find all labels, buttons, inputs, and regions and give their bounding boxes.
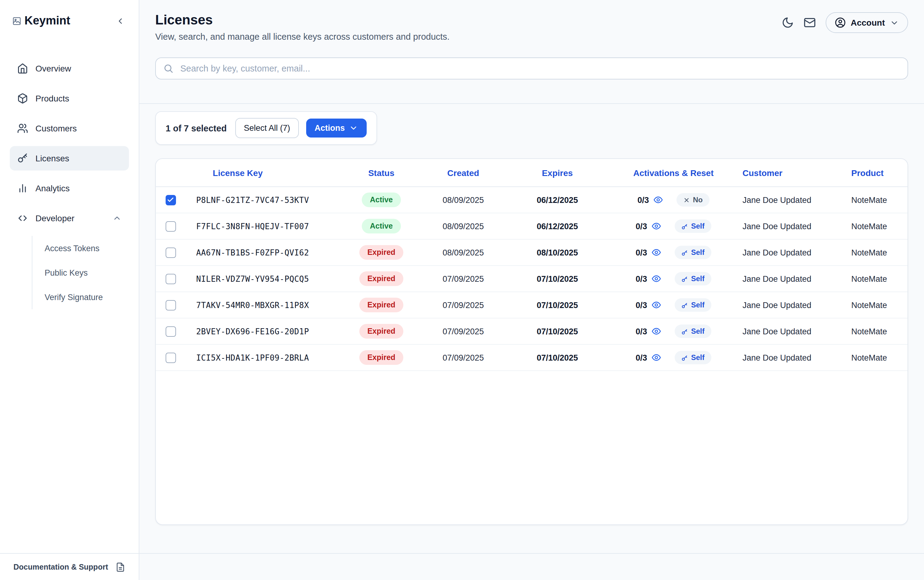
expires-date: 08/10/2025 bbox=[509, 248, 606, 257]
reset-badge[interactable]: Self bbox=[675, 351, 712, 364]
x-icon bbox=[683, 196, 690, 203]
sidebar-item-verify-signature[interactable]: Verify Signature bbox=[40, 285, 129, 309]
reset-badge-label: Self bbox=[691, 353, 705, 362]
sidebar-item-analytics[interactable]: Analytics bbox=[10, 176, 129, 201]
column-header-license-key[interactable]: License Key bbox=[185, 168, 345, 178]
column-header-status[interactable]: Status bbox=[345, 168, 417, 178]
page-title: Licenses bbox=[155, 12, 450, 28]
sidebar-item-customers[interactable]: Customers bbox=[10, 116, 129, 140]
sidebar-item-label: Products bbox=[35, 94, 69, 103]
view-activations-button[interactable] bbox=[651, 247, 661, 257]
sidebar-collapse-button[interactable] bbox=[115, 15, 127, 26]
license-key: 2BVEY-DX696-FE16G-20D1P bbox=[185, 327, 345, 336]
page-content: 1 of 7 selected Select All (7) Actions L… bbox=[139, 104, 924, 553]
account-menu-button[interactable]: Account bbox=[825, 12, 908, 33]
sidebar-item-public-keys[interactable]: Public Keys bbox=[40, 260, 129, 285]
customer-name: Jane Doe Updated bbox=[741, 353, 844, 362]
sidebar-item-access-tokens[interactable]: Access Tokens bbox=[40, 236, 129, 260]
sidebar-item-overview[interactable]: Overview bbox=[10, 56, 129, 81]
expires-date: 07/10/2025 bbox=[509, 353, 606, 362]
view-activations-button[interactable] bbox=[651, 221, 661, 231]
status-badge: Expired bbox=[359, 245, 404, 260]
eye-icon bbox=[651, 221, 661, 231]
key-icon bbox=[681, 275, 688, 282]
header-controls: Account bbox=[782, 12, 908, 33]
column-header-customer[interactable]: Customer bbox=[741, 168, 844, 178]
table-row: 7TAKV-54MR0-MBXGR-11P8X Expired 07/09/20… bbox=[156, 292, 908, 318]
sidebar-item-label: Licenses bbox=[35, 153, 69, 163]
column-header-expires[interactable]: Expires bbox=[509, 168, 606, 178]
mail-icon bbox=[804, 16, 816, 29]
code-icon bbox=[17, 213, 28, 224]
customer-name: Jane Doe Updated bbox=[741, 327, 844, 336]
row-checkbox[interactable] bbox=[165, 274, 176, 284]
reset-badge[interactable]: Self bbox=[675, 219, 712, 233]
activations-count: 0/3 bbox=[636, 222, 647, 231]
expires-date: 07/10/2025 bbox=[509, 327, 606, 336]
view-activations-button[interactable] bbox=[651, 353, 661, 362]
row-checkbox[interactable] bbox=[165, 247, 176, 258]
table-row: ICI5X-HDA1K-1PF09-2BRLA Expired 07/09/20… bbox=[156, 345, 908, 371]
actions-button[interactable]: Actions bbox=[306, 119, 367, 137]
sidebar-item-products[interactable]: Products bbox=[10, 86, 129, 110]
reset-badge[interactable]: Self bbox=[675, 272, 712, 285]
sidebar-item-label: Developer bbox=[35, 213, 74, 223]
eye-icon bbox=[651, 274, 661, 283]
app-logo[interactable]: Keymint bbox=[12, 14, 70, 28]
row-checkbox[interactable] bbox=[165, 194, 176, 205]
reset-badge[interactable]: Self bbox=[675, 246, 712, 259]
customer-name: Jane Doe Updated bbox=[741, 248, 844, 257]
app-window: Keymint Overview Products bbox=[0, 0, 924, 580]
created-date: 08/09/2025 bbox=[417, 222, 509, 231]
status-badge: Active bbox=[362, 219, 400, 234]
user-circle-icon bbox=[835, 17, 846, 28]
key-icon bbox=[681, 302, 688, 308]
activations-count: 0/3 bbox=[636, 353, 647, 362]
row-checkbox[interactable] bbox=[165, 353, 176, 363]
activations-count: 0/3 bbox=[636, 300, 647, 310]
column-header-activations-reset[interactable]: Activations & Reset bbox=[606, 168, 741, 178]
view-activations-button[interactable] bbox=[651, 326, 661, 336]
customer-name: Jane Doe Updated bbox=[741, 274, 844, 283]
chevron-down-icon bbox=[349, 124, 358, 133]
docs-support-link[interactable]: Documentation & Support bbox=[0, 553, 139, 580]
reset-badge-label: Self bbox=[691, 248, 705, 257]
product-name: NoteMate bbox=[844, 248, 908, 257]
table-body: P8LNF-G21TZ-7VC47-53KTV Active 08/09/202… bbox=[156, 187, 908, 371]
sidebar-item-developer[interactable]: Developer bbox=[10, 206, 129, 231]
search-input[interactable] bbox=[155, 58, 908, 79]
developer-submenu: Access Tokens Public Keys Verify Signatu… bbox=[32, 236, 129, 309]
column-header-created[interactable]: Created bbox=[417, 168, 509, 178]
sidebar-item-licenses[interactable]: Licenses bbox=[10, 146, 129, 171]
reset-badge-label: Self bbox=[691, 274, 705, 283]
view-activations-button[interactable] bbox=[651, 300, 661, 310]
column-header-product[interactable]: Product bbox=[844, 168, 908, 178]
bar-chart-icon bbox=[17, 183, 28, 194]
sidebar-item-label: Analytics bbox=[35, 183, 70, 193]
users-icon bbox=[17, 123, 28, 134]
product-name: NoteMate bbox=[844, 274, 908, 283]
row-checkbox[interactable] bbox=[165, 300, 176, 310]
select-all-button[interactable]: Select All (7) bbox=[235, 118, 299, 138]
eye-icon bbox=[651, 247, 661, 257]
view-activations-button[interactable] bbox=[651, 274, 661, 283]
activations-count: 0/3 bbox=[636, 248, 647, 257]
selection-toolbar: 1 of 7 selected Select All (7) Actions bbox=[155, 111, 377, 145]
reset-badge[interactable]: Self bbox=[675, 325, 712, 338]
mail-button[interactable] bbox=[804, 16, 816, 29]
sidebar-subitem-label: Verify Signature bbox=[44, 292, 103, 302]
broken-image-icon bbox=[12, 16, 21, 25]
reset-badge-label: Self bbox=[691, 301, 705, 309]
reset-badge[interactable]: No bbox=[677, 193, 710, 207]
license-key: AA67N-TB1BS-F0ZFP-QVI62 bbox=[185, 248, 345, 257]
table-header-row: License Key Status Created Expires Activ… bbox=[156, 159, 908, 187]
reset-badge[interactable]: Self bbox=[675, 298, 712, 312]
row-checkbox[interactable] bbox=[165, 326, 176, 336]
home-icon bbox=[17, 63, 28, 74]
view-activations-button[interactable] bbox=[653, 195, 663, 205]
row-checkbox[interactable] bbox=[165, 221, 176, 231]
theme-toggle-button[interactable] bbox=[782, 16, 794, 29]
eye-icon bbox=[651, 326, 661, 336]
page-subtitle: View, search, and manage all license key… bbox=[155, 31, 450, 43]
status-badge: Expired bbox=[359, 324, 404, 339]
